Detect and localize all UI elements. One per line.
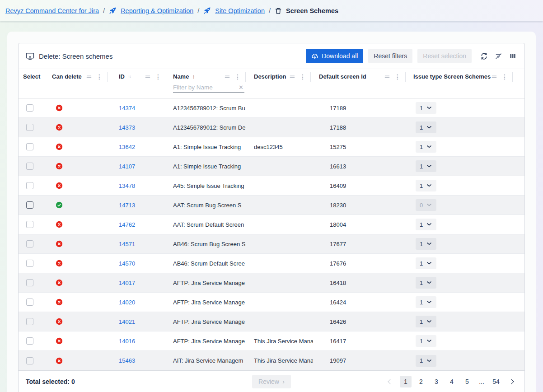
row-id-link[interactable]: 13478: [119, 182, 135, 189]
row-name: AAT: Scrum Default Screen: [169, 215, 248, 234]
breadcrumb-separator: /: [103, 7, 105, 14]
row-checkbox[interactable]: [26, 124, 33, 131]
row-checkbox[interactable]: [26, 163, 33, 170]
column-header-id[interactable]: ID ↑↓ ⋮: [110, 69, 169, 84]
column-header-can-delete[interactable]: Can delete ⋮: [47, 69, 110, 84]
chevron-down-icon: [427, 340, 431, 342]
sort-icon[interactable]: ↑↓: [128, 74, 131, 79]
pagination-prev[interactable]: [384, 376, 396, 387]
pagination-page-2[interactable]: 2: [415, 376, 427, 387]
clear-filter-icon[interactable]: ✕: [238, 84, 244, 91]
row-id-link[interactable]: 14020: [119, 299, 135, 306]
table-row: 14762 AAT: Scrum Default Screen 18004 1: [19, 215, 524, 234]
cannot-delete-icon: [56, 182, 63, 189]
row-checkbox[interactable]: [26, 221, 33, 228]
row-default-screen-id: 19097: [313, 351, 408, 370]
reset-selection-button[interactable]: Reset selection: [417, 49, 472, 63]
breadcrumb-item[interactable]: Site Optimization: [215, 7, 265, 14]
row-checkbox[interactable]: [26, 337, 33, 345]
row-checkbox[interactable]: [26, 279, 33, 286]
row-checkbox[interactable]: [26, 299, 33, 306]
table-row: 15463 AIT: Jira Service Managem This Jir…: [19, 351, 524, 370]
row-id-link[interactable]: 14373: [119, 124, 135, 131]
issue-type-count-dropdown[interactable]: 1: [416, 219, 436, 230]
filter-icon[interactable]: [384, 74, 390, 79]
row-id-link[interactable]: 15463: [119, 357, 135, 364]
pagination-ellipsis: ...: [477, 378, 487, 385]
row-id-link[interactable]: 14021: [119, 318, 135, 325]
filter-icon[interactable]: [225, 74, 230, 79]
column-menu-icon[interactable]: ⋮: [155, 74, 161, 80]
pagination-page-3[interactable]: 3: [431, 376, 442, 387]
row-id-link[interactable]: 14762: [119, 221, 135, 228]
sort-ascending-icon[interactable]: ↑: [192, 73, 195, 80]
row-id-link[interactable]: 14571: [119, 241, 135, 247]
column-menu-icon[interactable]: ⋮: [394, 74, 401, 80]
issue-type-count-dropdown[interactable]: 1: [416, 141, 436, 153]
row-description: This Jira Service Manageme: [248, 351, 313, 370]
row-checkbox[interactable]: [26, 357, 33, 364]
column-header-name[interactable]: Name ↑ ⋮: [169, 69, 248, 84]
columns-icon[interactable]: [508, 51, 517, 61]
pagination-next[interactable]: [506, 376, 517, 387]
row-checkbox[interactable]: [26, 182, 33, 189]
pagination-page-4[interactable]: 4: [446, 376, 458, 387]
row-checkbox[interactable]: [26, 240, 33, 247]
filter-icon[interactable]: [492, 74, 497, 79]
issue-type-count-dropdown[interactable]: 1: [416, 355, 436, 367]
table-row: 14017 AFTP: Jira Service Manage 16418 1: [19, 273, 524, 293]
issue-type-count-dropdown[interactable]: 0: [416, 199, 436, 211]
issue-type-count-dropdown[interactable]: 1: [416, 160, 436, 172]
issue-type-count-dropdown[interactable]: 1: [416, 257, 436, 269]
breadcrumb-item[interactable]: Reporting & Optimization: [121, 7, 193, 14]
row-checkbox[interactable]: [26, 318, 33, 325]
issue-type-count-dropdown[interactable]: 1: [416, 296, 436, 308]
issue-type-count-dropdown[interactable]: 1: [416, 102, 436, 114]
row-checkbox[interactable]: [26, 201, 33, 209]
filter-icon[interactable]: [145, 74, 150, 79]
row-id-link[interactable]: 13642: [119, 144, 135, 150]
row-checkbox[interactable]: [26, 260, 33, 267]
issue-type-count-dropdown[interactable]: 1: [416, 180, 436, 191]
pagination-page-5[interactable]: 5: [461, 376, 473, 387]
review-button[interactable]: Review ›: [252, 375, 291, 388]
column-menu-icon[interactable]: ⋮: [234, 74, 241, 80]
column-menu-icon[interactable]: ⋮: [96, 74, 103, 80]
refresh-icon[interactable]: [479, 51, 489, 61]
chevron-down-icon: [427, 281, 431, 284]
filter-off-icon[interactable]: [494, 51, 503, 61]
row-id-link[interactable]: 14570: [119, 260, 135, 267]
cannot-delete-icon: [56, 221, 63, 228]
download-all-button[interactable]: Download all: [306, 49, 363, 63]
breadcrumb-item[interactable]: Revyz Command Center for Jira: [5, 7, 99, 14]
pagination-page-54[interactable]: 54: [490, 376, 502, 387]
name-filter: ✕: [173, 84, 244, 93]
row-id-link[interactable]: 14107: [119, 163, 135, 170]
row-default-screen-id: 16417: [313, 331, 408, 350]
cannot-delete-icon: [56, 260, 63, 267]
row-checkbox[interactable]: [26, 143, 33, 150]
row-id-link[interactable]: 14374: [119, 105, 135, 112]
column-header-issue-type-screen-schemes[interactable]: Issue type Screen Schemes ⋮: [408, 69, 515, 84]
name-filter-input[interactable]: [173, 84, 238, 91]
column-header-description[interactable]: Description ⋮: [248, 69, 313, 84]
column-menu-icon[interactable]: ⋮: [300, 74, 306, 80]
column-header-default-screen-id[interactable]: Default screen Id ⋮: [313, 69, 408, 84]
row-id-link[interactable]: 14713: [119, 202, 135, 209]
issue-type-count-dropdown[interactable]: 1: [416, 238, 436, 250]
pagination-page-1[interactable]: 1: [400, 376, 412, 387]
reset-filters-button[interactable]: Reset filters: [368, 49, 412, 63]
table-row: 14016 AFTP: Jira Service Manage This Jir…: [19, 331, 524, 351]
chevron-down-icon: [427, 320, 431, 323]
issue-type-count-dropdown[interactable]: 1: [416, 335, 436, 347]
filter-icon[interactable]: [86, 74, 92, 79]
issue-type-count-dropdown[interactable]: 1: [416, 316, 436, 327]
column-menu-icon[interactable]: ⋮: [501, 74, 508, 80]
row-checkbox[interactable]: [26, 104, 33, 112]
issue-type-count-dropdown[interactable]: 1: [416, 277, 436, 289]
column-header-select: Select: [23, 69, 47, 84]
issue-type-count-dropdown[interactable]: 1: [416, 121, 436, 133]
row-id-link[interactable]: 14017: [119, 280, 135, 286]
row-id-link[interactable]: 14016: [119, 338, 135, 345]
filter-icon[interactable]: [290, 74, 295, 79]
